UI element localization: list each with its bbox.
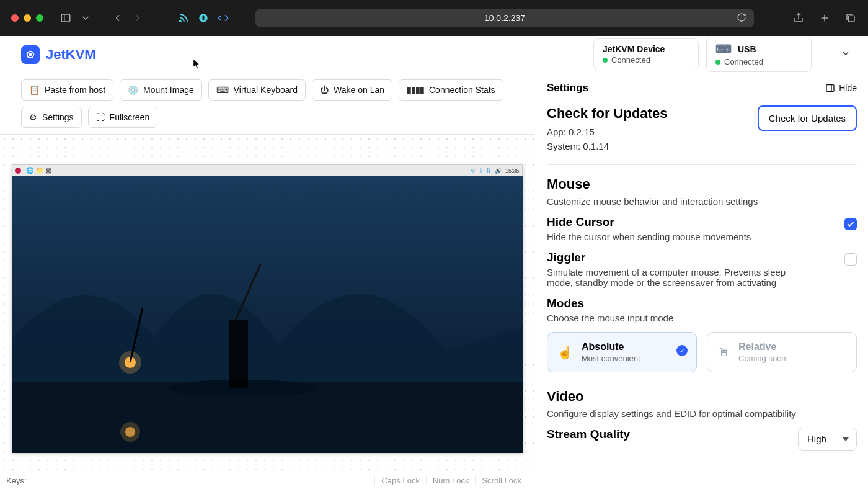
check-icon: ✓ bbox=[676, 345, 688, 356]
label: Mount Image bbox=[143, 85, 194, 95]
forward-button[interactable] bbox=[131, 12, 144, 24]
tabs-overview-icon[interactable] bbox=[844, 12, 857, 24]
system-version: System: 0.1.14 bbox=[547, 140, 667, 154]
usb-title: USB bbox=[738, 44, 756, 54]
svg-rect-0 bbox=[61, 14, 70, 22]
url-text: 10.0.2.237 bbox=[484, 13, 525, 23]
hide-cursor-title: Hide Cursor bbox=[547, 215, 751, 229]
check-icon bbox=[846, 220, 855, 228]
status-dot-icon bbox=[603, 58, 608, 63]
brand[interactable]: JetKVM bbox=[21, 45, 96, 64]
label: Hide bbox=[839, 83, 857, 93]
toolbar: 📋Paste from host 💿Mount Image ⌨Virtual K… bbox=[0, 73, 534, 135]
panel-collapse-icon bbox=[825, 83, 835, 93]
brand-name: JetKVM bbox=[46, 47, 96, 63]
url-bar[interactable]: 10.0.2.237 bbox=[255, 9, 754, 27]
pointer-icon: ☝ bbox=[557, 345, 573, 360]
status-dot-icon bbox=[715, 60, 720, 65]
svg-point-5 bbox=[203, 16, 205, 17]
mode-relative-title: Relative bbox=[738, 341, 786, 352]
back-button[interactable] bbox=[112, 12, 124, 24]
device-status-card: JetKVM Device Connected bbox=[593, 38, 699, 70]
header-menu-button[interactable] bbox=[835, 42, 857, 67]
settings-button[interactable]: ⚙Settings bbox=[21, 107, 82, 128]
hide-cursor-desc: Hide the cursor when sending mouse movem… bbox=[547, 231, 751, 242]
minimize-window-button[interactable] bbox=[24, 14, 31, 22]
svg-rect-21 bbox=[826, 85, 834, 92]
scroll-lock-indicator: Scroll Lock bbox=[475, 476, 528, 485]
devtools-icon[interactable] bbox=[217, 12, 229, 24]
modes-title: Modes bbox=[547, 297, 857, 310]
label: Virtual Keyboard bbox=[234, 85, 298, 95]
label: Settings bbox=[42, 112, 74, 122]
label: Fullscreen bbox=[110, 112, 150, 122]
label: Connection Stats bbox=[429, 85, 495, 95]
video-title: Video bbox=[547, 388, 857, 405]
virtual-keyboard-button[interactable]: ⌨Virtual Keyboard bbox=[208, 79, 306, 101]
usb-status-card: ⌨USB Connected bbox=[706, 37, 812, 72]
panel-title: Settings bbox=[547, 82, 588, 94]
fullscreen-icon: ⛶ bbox=[96, 112, 105, 122]
mount-image-button[interactable]: 💿Mount Image bbox=[120, 79, 202, 101]
svg-point-11 bbox=[30, 53, 32, 55]
keyboard-icon: ⌨ bbox=[216, 85, 229, 95]
usb-state: Connected bbox=[724, 57, 763, 66]
paste-from-host-button[interactable]: 📋Paste from host bbox=[21, 79, 113, 101]
wake-on-lan-button[interactable]: ⏻Wake on Lan bbox=[312, 79, 392, 101]
app-version: App: 0.2.15 bbox=[547, 125, 667, 140]
share-icon[interactable] bbox=[792, 12, 805, 24]
updates-title: Check for Updates bbox=[547, 105, 667, 122]
num-lock-indicator: Num Lock bbox=[426, 476, 476, 485]
signal-icon: ▮▮▮▮ bbox=[407, 85, 424, 95]
stream-quality-select[interactable]: High bbox=[798, 428, 857, 451]
jiggler-title: Jiggler bbox=[547, 251, 813, 264]
mode-absolute-sub: Most convenient bbox=[582, 354, 640, 363]
stream-quality-title: Stream Quality bbox=[547, 428, 630, 441]
wallpaper bbox=[12, 165, 523, 453]
sidebar-toggle-icon[interactable] bbox=[60, 12, 72, 24]
check-updates-button[interactable]: Check for Updates bbox=[758, 105, 857, 131]
clipboard-icon: 📋 bbox=[29, 85, 40, 95]
caps-lock-indicator: Caps Lock bbox=[374, 476, 425, 485]
label: Wake on Lan bbox=[334, 85, 384, 95]
video-desc: Configure display settings and EDID for … bbox=[547, 408, 857, 419]
fullscreen-button[interactable]: ⛶Fullscreen bbox=[88, 107, 158, 128]
mouse-desc: Customize mouse behavior and interaction… bbox=[547, 196, 857, 207]
mouse-title: Mouse bbox=[547, 176, 857, 192]
power-icon: ⏻ bbox=[320, 85, 329, 95]
mode-absolute-card[interactable]: ☝ Absolute Most convenient ✓ bbox=[547, 332, 697, 372]
usb-icon: ⌨ bbox=[715, 42, 732, 56]
reload-icon[interactable] bbox=[737, 12, 746, 24]
svg-point-2 bbox=[180, 20, 181, 22]
svg-rect-4 bbox=[203, 17, 205, 20]
preview-area: 🌐 📁 ▩ ↻ ᛒ ⇅ 🔊 15:35 Wastebasket bbox=[0, 135, 534, 472]
new-tab-icon[interactable] bbox=[818, 12, 831, 24]
svg-rect-14 bbox=[229, 320, 248, 388]
jiggler-desc: Simulate movement of a computer mouse. P… bbox=[547, 267, 813, 288]
brand-logo-icon bbox=[21, 45, 40, 64]
select-value: High bbox=[807, 434, 826, 444]
jiggler-checkbox[interactable] bbox=[844, 253, 857, 266]
close-window-button[interactable] bbox=[11, 14, 19, 22]
maximize-window-button[interactable] bbox=[36, 14, 43, 22]
device-title: JetKVM Device bbox=[603, 44, 665, 54]
svg-point-18 bbox=[120, 422, 140, 442]
keys-label: Keys: bbox=[6, 476, 27, 485]
shield-icon[interactable] bbox=[197, 12, 210, 24]
divider bbox=[823, 43, 823, 66]
chevron-down-icon[interactable] bbox=[79, 12, 92, 24]
svg-rect-9 bbox=[848, 16, 854, 22]
footer-bar: Keys: Caps Lock Num Lock Scroll Lock bbox=[0, 472, 534, 489]
hide-cursor-checkbox[interactable] bbox=[844, 218, 857, 230]
rss-icon[interactable] bbox=[177, 12, 190, 24]
window-controls bbox=[11, 14, 43, 22]
hide-panel-button[interactable]: Hide bbox=[825, 83, 857, 93]
browser-chrome: 10.0.2.237 bbox=[0, 0, 868, 36]
gear-icon: ⚙ bbox=[29, 112, 37, 122]
remote-screen[interactable]: 🌐 📁 ▩ ↻ ᛒ ⇅ 🔊 15:35 Wastebasket bbox=[12, 164, 523, 452]
mode-absolute-title: Absolute bbox=[582, 341, 640, 352]
mode-relative-card[interactable]: 🖱 Relative Coming soon bbox=[707, 332, 857, 372]
mouse-icon: 🖱 bbox=[717, 345, 730, 359]
app-header: JetKVM JetKVM Device Connected ⌨USB Conn… bbox=[0, 36, 868, 73]
connection-stats-button[interactable]: ▮▮▮▮Connection Stats bbox=[399, 79, 503, 101]
